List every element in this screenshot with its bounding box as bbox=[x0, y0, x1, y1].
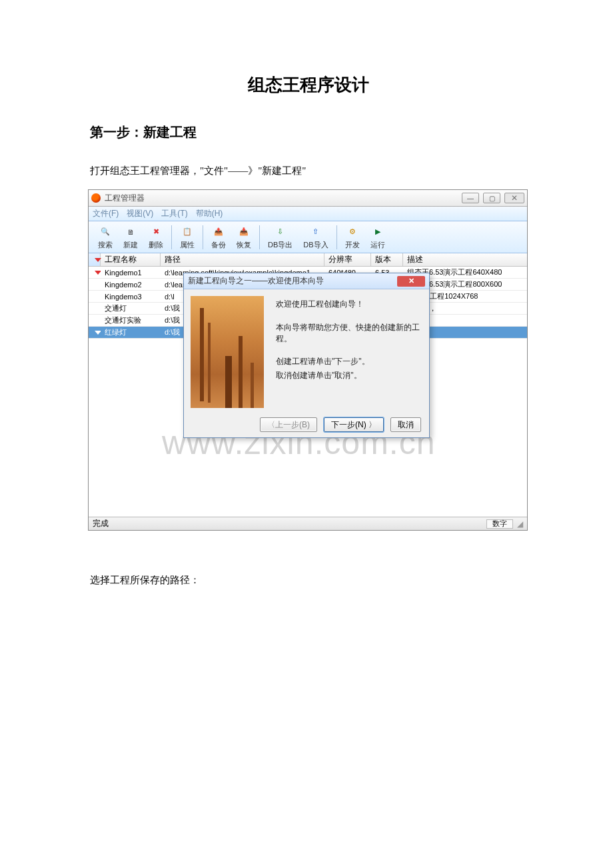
menu-view[interactable]: 视图(V) bbox=[127, 208, 153, 219]
row-flag-icon bbox=[89, 271, 101, 275]
window-close-button[interactable]: ✕ bbox=[504, 193, 524, 203]
toolbar-backup[interactable]: 📤 备份 bbox=[206, 223, 231, 251]
toolbar-develop[interactable]: ⚙ 开发 bbox=[340, 223, 365, 251]
menu-file[interactable]: 文件(F) bbox=[93, 208, 119, 219]
wizard-line2: 本向导将帮助您方便、快捷的创建新的工程。 bbox=[276, 322, 422, 345]
toolbar: 🔍 搜索 🗎 新建 ✖ 删除 📋 属性 📤 备份 📥 bbox=[89, 221, 527, 253]
wizard-illustration bbox=[191, 296, 264, 408]
wizard-next-button[interactable]: 下一步(N) 〉 bbox=[324, 417, 384, 432]
toolbar-separator bbox=[171, 225, 172, 249]
toolbar-run-label: 运行 bbox=[370, 240, 385, 250]
wizard-dialog: 新建工程向导之一——欢迎使用本向导 ✕ 欢迎使用工程创建向导！ 本向导将帮助您方… bbox=[183, 273, 430, 438]
db-import-icon: ⇧ bbox=[308, 225, 323, 239]
col-project-name[interactable]: 工程名称 bbox=[101, 253, 161, 266]
toolbar-develop-label: 开发 bbox=[345, 240, 360, 250]
col-version[interactable]: 版本 bbox=[371, 253, 403, 266]
toolbar-dbimport[interactable]: ⇧ DB导入 bbox=[298, 223, 333, 251]
toolbar-search[interactable]: 🔍 搜索 bbox=[93, 223, 118, 251]
menu-help[interactable]: 帮助(H) bbox=[196, 208, 223, 219]
toolbar-search-label: 搜索 bbox=[98, 240, 113, 250]
toolbar-delete[interactable]: ✖ 删除 bbox=[143, 223, 169, 251]
toolbar-backup-label: 备份 bbox=[211, 240, 226, 250]
cell-name: 交通灯实验 bbox=[101, 315, 161, 325]
col-resolution[interactable]: 分辨率 bbox=[324, 253, 371, 266]
db-export-icon: ⇩ bbox=[273, 225, 288, 239]
wizard-line3: 创建工程请单击"下一步"。 bbox=[276, 356, 422, 367]
toolbar-separator bbox=[259, 225, 260, 249]
minimize-button[interactable]: — bbox=[462, 193, 479, 203]
window-title: 工程管理器 bbox=[105, 193, 462, 204]
toolbar-new[interactable]: 🗎 新建 bbox=[118, 223, 143, 251]
col-path[interactable]: 路径 bbox=[161, 253, 324, 266]
toolbar-restore-label: 恢复 bbox=[237, 240, 251, 250]
intro-text: 打开组态王工程管理器，"文件"——》"新建工程" bbox=[90, 165, 526, 177]
document-title: 组态王程序设计 bbox=[90, 73, 526, 97]
wizard-line4: 取消创建请单击"取消"。 bbox=[276, 370, 422, 381]
col-description[interactable]: 描述 bbox=[403, 253, 527, 266]
status-left: 完成 bbox=[93, 518, 109, 529]
maximize-button[interactable]: ▢ bbox=[483, 193, 500, 203]
toolbar-dbexport[interactable]: ⇩ DB导出 bbox=[263, 223, 298, 251]
backup-icon: 📤 bbox=[211, 225, 226, 239]
menu-tool[interactable]: 工具(T) bbox=[161, 208, 187, 219]
cell-name: 交通灯 bbox=[101, 303, 161, 313]
col-flag[interactable] bbox=[89, 253, 101, 266]
step-heading: 第一步：新建工程 bbox=[90, 123, 526, 141]
cell-name: Kingdemo2 bbox=[101, 281, 161, 289]
wizard-cancel-button[interactable]: 取消 bbox=[390, 417, 421, 432]
cell-name: 红绿灯 bbox=[101, 327, 161, 337]
wizard-line1: 欢迎使用工程创建向导！ bbox=[276, 299, 422, 310]
wizard-text: 欢迎使用工程创建向导！ 本向导将帮助您方便、快捷的创建新的工程。 创建工程请单击… bbox=[276, 296, 422, 408]
row-flag-icon bbox=[89, 331, 101, 335]
search-icon: 🔍 bbox=[98, 225, 113, 239]
toolbar-restore[interactable]: 📥 恢复 bbox=[231, 223, 257, 251]
toolbar-run[interactable]: ▶ 运行 bbox=[365, 223, 390, 251]
toolbar-properties[interactable]: 📋 属性 bbox=[175, 223, 200, 251]
menu-bar: 文件(F) 视图(V) 工具(T) 帮助(H) bbox=[89, 207, 527, 221]
wizard-close-button[interactable]: ✕ bbox=[397, 276, 425, 287]
toolbar-separator bbox=[336, 225, 337, 249]
app-window: 工程管理器 — ▢ ✕ 文件(F) 视图(V) 工具(T) 帮助(H) 🔍 搜索… bbox=[88, 189, 528, 531]
toolbar-prop-label: 属性 bbox=[180, 240, 195, 250]
run-icon: ▶ bbox=[370, 225, 385, 239]
toolbar-dbexport-label: DB导出 bbox=[268, 240, 293, 250]
delete-icon: ✖ bbox=[149, 225, 163, 239]
wizard-buttons: 〈上一步(B) 下一步(N) 〉 取消 bbox=[184, 415, 429, 437]
resize-grip-icon[interactable]: ◢ bbox=[517, 519, 523, 529]
status-bar: 完成 数字 ◢ bbox=[89, 517, 527, 530]
restore-icon: 📥 bbox=[237, 225, 251, 239]
status-right-box: 数字 bbox=[486, 519, 513, 529]
toolbar-new-label: 新建 bbox=[123, 240, 138, 250]
develop-icon: ⚙ bbox=[345, 225, 360, 239]
toolbar-dbimport-label: DB导入 bbox=[303, 240, 328, 250]
toolbar-delete-label: 删除 bbox=[149, 240, 163, 250]
wizard-title-bar: 新建工程向导之一——欢迎使用本向导 ✕ bbox=[184, 273, 429, 289]
window-title-bar: 工程管理器 — ▢ ✕ bbox=[89, 190, 527, 207]
after-text: 选择工程所保存的路径： bbox=[90, 574, 526, 587]
new-file-icon: 🗎 bbox=[123, 225, 138, 239]
wizard-back-button: 〈上一步(B) bbox=[260, 417, 317, 432]
cell-name: Kingdemo1 bbox=[101, 269, 161, 277]
cell-name: Kingdemo3 bbox=[101, 293, 161, 301]
table-header: 工程名称 路径 分辨率 版本 描述 bbox=[89, 253, 527, 267]
wizard-title: 新建工程向导之一——欢迎使用本向导 bbox=[188, 275, 397, 287]
toolbar-separator bbox=[203, 225, 203, 249]
app-icon bbox=[91, 193, 101, 203]
properties-icon: 📋 bbox=[180, 225, 195, 239]
